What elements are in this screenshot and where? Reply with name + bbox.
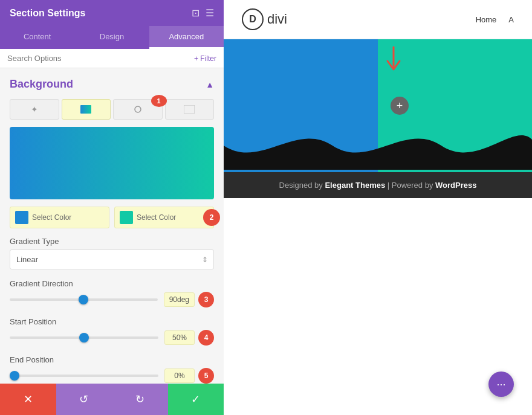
svg-rect-0: [80, 105, 91, 114]
end-position-slider[interactable]: [10, 375, 158, 377]
gradient-direction-value-row: 90deg 3: [164, 292, 214, 307]
undo-button[interactable]: ↺: [56, 384, 112, 415]
site-header: D divi Home A: [224, 0, 532, 39]
step-badge-3: 3: [198, 292, 214, 307]
color-selector-2-label: Select Color: [137, 213, 176, 222]
gradient-type-field: Gradient Type Linear Radial: [10, 237, 214, 269]
svg-point-1: [135, 106, 141, 112]
end-position-value-row: 0% 5: [164, 368, 214, 384]
background-section-title: Background ▲: [10, 78, 214, 91]
start-position-field: Start Position 50% 4: [10, 317, 214, 346]
gradient-direction-label: Gradient Direction: [10, 279, 214, 288]
save-button[interactable]: ✓: [168, 384, 224, 415]
add-section-button[interactable]: +: [391, 97, 409, 115]
panel-body: Background ▲ ✦ 1 Select Color: [0, 68, 224, 384]
settings-panel: Section Settings ⊡ ☰ Content Design Adva…: [0, 0, 224, 415]
gradient-preview: [10, 127, 214, 199]
color-selector-2[interactable]: Select Color: [114, 207, 214, 228]
search-input[interactable]: [7, 54, 189, 63]
end-position-label: End Position: [10, 355, 214, 364]
tab-content[interactable]: Content: [0, 26, 74, 49]
bg-tab-gradient[interactable]: [62, 99, 111, 120]
tab-design[interactable]: Design: [74, 26, 149, 49]
collapse-icon[interactable]: ▲: [206, 80, 214, 89]
color-selector-1[interactable]: Select Color: [10, 207, 109, 228]
gradient-direction-field: Gradient Direction 90deg 3: [10, 279, 214, 307]
color-swatch-1: [15, 211, 28, 224]
bg-tab-image[interactable]: [165, 99, 215, 120]
gradient-direction-slider[interactable]: [10, 298, 158, 301]
hero-section: +: [224, 39, 532, 172]
hero-wave: [224, 121, 532, 172]
main-content: D divi Home A + Design: [224, 0, 532, 415]
end-position-slider-row: 0% 5: [10, 368, 214, 384]
step-badge-2: 2: [203, 209, 220, 226]
color-selector-1-label: Select Color: [32, 213, 71, 222]
start-position-slider-row: 50% 4: [10, 330, 214, 346]
panel-icon-2[interactable]: ☰: [206, 7, 214, 19]
panel-tabs: Content Design Advanced: [0, 26, 224, 49]
gradient-type-label: Gradient Type: [10, 237, 214, 246]
red-arrow-icon: [384, 44, 403, 74]
panel-header: Section Settings ⊡ ☰: [0, 0, 224, 26]
bg-tab-color[interactable]: ✦: [10, 99, 59, 120]
panel-title: Section Settings: [10, 8, 85, 19]
gradient-direction-slider-row: 90deg 3: [10, 292, 214, 307]
logo-name: divi: [267, 11, 287, 27]
footer-sep: | Powered by: [385, 181, 435, 190]
panel-header-icons: ⊡ ☰: [192, 7, 214, 19]
bg-type-tabs: ✦ 1: [10, 99, 214, 120]
footer-text-1: Designed by: [279, 181, 325, 190]
start-position-value-row: 50% 4: [164, 330, 214, 346]
color-swatch-2: [120, 211, 133, 224]
end-position-value[interactable]: 0%: [164, 368, 195, 383]
red-arrow-container: [384, 44, 403, 77]
site-footer-bar: Designed by Elegant Themes | Powered by …: [224, 172, 532, 198]
redo-button[interactable]: ↻: [112, 384, 168, 415]
cancel-button[interactable]: ✕: [0, 384, 56, 415]
panel-icon-1[interactable]: ⊡: [192, 7, 199, 19]
gradient-type-select[interactable]: Linear Radial: [10, 249, 214, 269]
footer-brand-1: Elegant Themes: [325, 181, 385, 190]
nav-a[interactable]: A: [508, 15, 514, 24]
svg-rect-3: [184, 106, 194, 113]
panel-footer: ✕ ↺ ↻ ✓: [0, 384, 224, 415]
start-position-value[interactable]: 50%: [164, 330, 195, 345]
step-badge-4: 4: [198, 330, 214, 346]
search-bar: + Filter: [0, 49, 224, 68]
site-nav: Home A: [476, 15, 514, 24]
gradient-direction-value[interactable]: 90deg: [164, 292, 195, 307]
site-logo: D divi: [242, 8, 287, 30]
nav-home[interactable]: Home: [476, 15, 497, 24]
start-position-slider[interactable]: [10, 336, 158, 339]
footer-brand-2: WordPress: [435, 181, 476, 190]
step-badge-5: 5: [198, 368, 214, 384]
color-selectors-row: Select Color Select Color 2: [10, 207, 214, 228]
gradient-type-select-wrapper: Linear Radial: [10, 249, 214, 269]
fab-button[interactable]: ···: [488, 372, 514, 397]
end-position-field: End Position 0% 5: [10, 355, 214, 384]
bg-tab-pattern[interactable]: 1: [113, 99, 163, 120]
start-position-label: Start Position: [10, 317, 214, 326]
filter-button[interactable]: + Filter: [194, 54, 216, 63]
tab-advanced[interactable]: Advanced: [149, 26, 224, 49]
logo-circle: D: [242, 8, 264, 30]
